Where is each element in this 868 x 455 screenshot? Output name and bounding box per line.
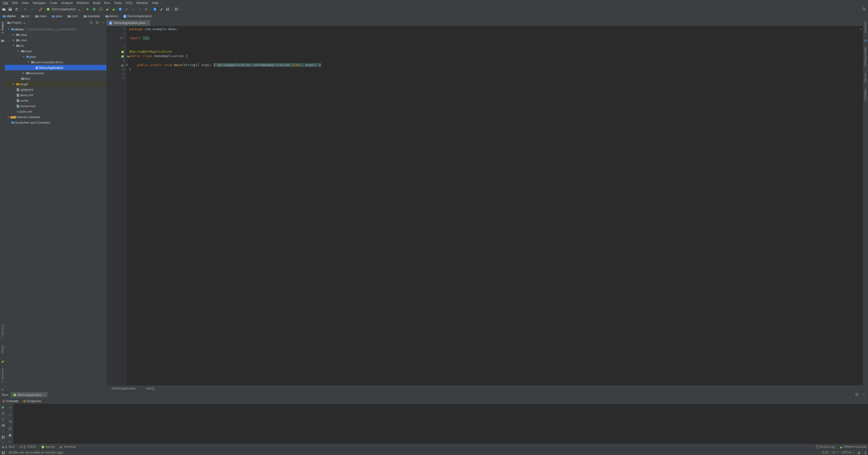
crumb-demo2[interactable]: demo [104,14,119,18]
build-button[interactable] [38,6,43,12]
close-run-tab-button[interactable]: × [43,393,45,397]
tree-class-demoapplication[interactable]: DemoApplication [5,65,106,70]
menu-file[interactable]: File [1,0,10,5]
crumb-class[interactable]: DemoApplication [122,14,153,18]
run-settings-button[interactable] [855,392,859,397]
jrebel-debug-button[interactable] [111,6,116,12]
statusbar-toggle-icon[interactable] [1,451,5,454]
close-tab-button[interactable]: × [147,21,148,25]
coverage-button[interactable] [98,6,103,12]
menu-code[interactable]: Code [48,0,59,5]
up-stack-button[interactable] [7,405,12,410]
attach-button[interactable] [124,6,129,12]
file-encoding[interactable]: UTF-8 ÷ [842,451,854,454]
project-view-selector[interactable]: Project [6,20,26,25]
profiler-button[interactable] [117,6,123,12]
run-tab-demoapplication[interactable]: DemoApplication × [11,392,48,397]
menu-run[interactable]: Run [102,0,112,5]
step-button[interactable] [130,6,136,12]
run-hide-button[interactable] [862,392,866,397]
project-tree[interactable]: ▼ demoC:\Users\kevin\demo_project\demo ▶… [5,26,106,391]
gutter-database[interactable]: Database [864,88,868,102]
menu-vcs[interactable]: VCS [124,0,134,5]
update-button[interactable] [174,6,179,12]
line-separator[interactable]: LF ÷ [832,451,838,454]
run-config-selector[interactable]: DemoApplication [44,6,82,12]
sdk-button[interactable] [165,6,170,12]
gutter-maven[interactable]: Maven Projects [864,47,868,67]
stop-button[interactable] [143,6,149,12]
endpoints-subtab[interactable]: Endpoints [23,399,41,403]
print-button[interactable] [7,433,12,437]
gutter-ant[interactable]: Ant Build [864,21,868,34]
rerun-button[interactable] [0,405,6,409]
panel-settings-button[interactable] [95,21,99,25]
crumb-demo[interactable]: demo [1,14,17,18]
search-everywhere-button[interactable] [862,6,867,12]
hector-icon[interactable] [864,451,867,454]
tree-idea[interactable]: ▶.idea [5,32,106,37]
toolstrip-eventlog[interactable]: Event Log [816,445,835,449]
toolstrip-jrebel-console[interactable]: JRebel Console [839,445,867,449]
tree-package[interactable]: ▼com.example.demo [5,59,106,65]
tree-root[interactable]: ▼ demoC:\Users\kevin\demo_project\demo [5,26,106,32]
tree-java[interactable]: ▼java [5,54,106,59]
gutter-jrebel[interactable]: JRebel [0,344,4,355]
menu-build[interactable]: Build [91,0,102,5]
down-stack-button[interactable] [7,413,12,417]
tree-mvnw[interactable]: mvnw [5,98,106,103]
code-content[interactable]: package com.example.demo; import ... @Sp… [127,26,863,385]
project-structure-button[interactable] [159,6,164,12]
menu-help[interactable]: Help [150,0,160,5]
exit-button[interactable] [0,429,6,433]
menu-navigate[interactable]: Navigate [31,0,48,5]
code-editor[interactable]: ✔ 1235 678910 1213 ⊟ ⊟ package com.examp… [107,26,863,385]
crumb-main[interactable]: main [34,14,48,18]
tree-scratches[interactable]: Scratches and Consoles [5,120,106,125]
crumb-java[interactable]: java [51,14,63,18]
stop-run-button[interactable] [0,412,6,415]
run-button[interactable] [85,6,91,12]
tree-target[interactable]: ▶target [5,81,106,87]
soft-wrap-button[interactable] [7,419,12,424]
tree-gitignore[interactable]: .gitignore [5,87,106,92]
sync-button[interactable] [14,6,20,12]
crumb-src[interactable]: src [20,14,31,18]
gutter-structure[interactable]: 7: Structure [0,323,4,340]
console-subtab[interactable]: Console [2,399,19,403]
open-button[interactable] [1,6,6,12]
debug-button[interactable] [92,6,97,12]
toolstrip-terminal[interactable]: Terminal [59,445,76,449]
gutter-sciview[interactable]: SciView [864,72,868,84]
menu-window[interactable]: Window [134,0,150,5]
tree-src[interactable]: ▼src [5,43,106,49]
spring-gutter-icon[interactable] [121,50,124,53]
tree-mvnw-cmd[interactable]: mvnw.cmd [5,103,106,109]
collapse-all-button[interactable] [89,21,93,25]
dump-threads-button[interactable] [0,423,6,427]
run-gutter-icon[interactable] [127,55,129,57]
tree-test[interactable]: test [5,76,106,81]
menu-edit[interactable]: Edit [10,0,20,5]
layout-button[interactable] [0,435,6,439]
gutter-favorites[interactable]: 2: Favorites [0,367,4,384]
scroll-end-button[interactable] [7,426,12,431]
save-all-button[interactable] [7,6,13,12]
run-gutter-icon[interactable] [121,64,123,66]
xrebel-button[interactable] [152,6,158,12]
lock-icon[interactable] [857,451,860,454]
tree-iml[interactable]: demo.iml [5,92,106,98]
pause-run-button[interactable] [0,417,6,421]
toolstrip-run[interactable]: 4: Run [1,445,14,449]
toolstrip-spring[interactable]: Spring [41,445,55,449]
tree-resources[interactable]: ▶resources [5,70,106,76]
tree-mvn[interactable]: ▶.mvn [5,37,106,43]
crumb-class[interactable]: DemoApplication [112,387,136,390]
menu-analyze[interactable]: Analyze [59,0,75,5]
spring-gutter-icon[interactable] [121,55,124,58]
step-over-button[interactable] [137,6,142,12]
console-output[interactable] [13,404,868,444]
tree-external-libs[interactable]: ▶▮▮▮External Libraries [5,114,106,120]
panel-hide-button[interactable] [101,21,105,25]
menu-view[interactable]: View [20,0,31,5]
